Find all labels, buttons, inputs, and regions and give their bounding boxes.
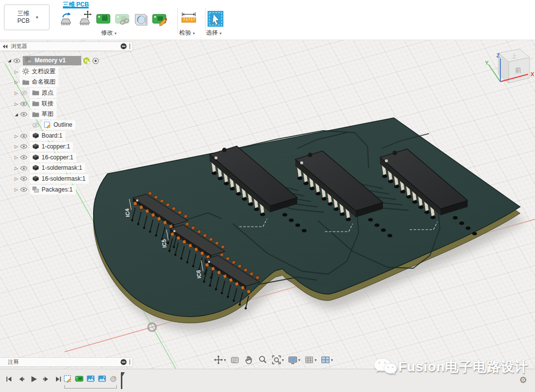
group-label-select[interactable]: 选择 ▾ bbox=[206, 29, 221, 37]
sketch-feature-icon[interactable] bbox=[63, 374, 72, 383]
body-icon bbox=[32, 175, 40, 183]
tree-item-文档设置[interactable]: ▷文档设置 bbox=[0, 66, 133, 77]
group-label-inspect[interactable]: 检验 ▾ bbox=[179, 29, 195, 37]
panel-grip[interactable] bbox=[129, 44, 130, 49]
eye-icon[interactable] bbox=[13, 57, 23, 65]
folder-icon bbox=[32, 110, 40, 118]
edit-board-icon[interactable] bbox=[151, 9, 169, 28]
grid-settings-icon[interactable]: ▾ bbox=[303, 354, 318, 366]
expander-collapsed[interactable]: ▷ bbox=[13, 144, 20, 149]
eye-off-icon[interactable] bbox=[20, 89, 30, 97]
tree-item-label[interactable]: 命名视图 bbox=[20, 77, 58, 87]
expander-expanded[interactable]: ◢ bbox=[6, 58, 13, 63]
chevron-down-icon: ▾ bbox=[224, 358, 226, 362]
expander-collapsed[interactable]: ▷ bbox=[13, 187, 20, 192]
eye-off-icon[interactable] bbox=[32, 121, 42, 129]
step-back-icon[interactable] bbox=[17, 375, 25, 383]
eye-icon[interactable] bbox=[20, 100, 30, 108]
tree-item-联接[interactable]: ▷联接 bbox=[0, 98, 133, 109]
tree-item-16-copper-1[interactable]: ▷16-copper:1 bbox=[0, 152, 133, 163]
tree-item-1-soldermask-1[interactable]: ▷1-soldermask:1 bbox=[0, 163, 133, 174]
activate-component-radio[interactable] bbox=[92, 57, 99, 64]
zoom-icon[interactable] bbox=[256, 354, 269, 366]
tree-item-label[interactable]: Outline bbox=[42, 120, 75, 130]
tree-item-原点[interactable]: ▷原点 bbox=[0, 88, 133, 98]
panel-grip[interactable] bbox=[129, 359, 130, 365]
viewports-icon[interactable]: ▾ bbox=[319, 354, 334, 366]
orbit-icon[interactable]: ▾ bbox=[212, 354, 227, 366]
step-forward-icon[interactable] bbox=[42, 375, 50, 383]
hide-panel-icon[interactable] bbox=[120, 359, 127, 365]
expander-collapsed[interactable]: ▷ bbox=[13, 101, 20, 106]
packages-icon bbox=[32, 186, 40, 194]
body-icon bbox=[32, 143, 40, 150]
image-feature-icon[interactable] bbox=[98, 374, 107, 383]
expander-collapsed[interactable]: ▷ bbox=[13, 155, 20, 160]
sketch-icon bbox=[44, 121, 52, 129]
timeline-features bbox=[63, 374, 118, 383]
tree-item-label[interactable]: 文档设置 bbox=[20, 67, 58, 77]
timeline-playhead[interactable] bbox=[118, 372, 125, 390]
new-version-badge[interactable]: N bbox=[83, 57, 90, 64]
gear-icon[interactable]: ⚙ bbox=[519, 375, 529, 385]
play-icon[interactable] bbox=[30, 375, 38, 383]
comments-panel-header[interactable]: 注释 bbox=[0, 357, 133, 367]
eye-icon[interactable] bbox=[20, 110, 30, 118]
move-component-icon[interactable] bbox=[75, 9, 94, 28]
tree-item-label[interactable]: 原点 bbox=[30, 88, 56, 98]
expander-collapsed[interactable]: ▷ bbox=[13, 134, 20, 139]
fit-icon[interactable]: ▾ bbox=[270, 354, 285, 366]
hide-panel-icon[interactable] bbox=[120, 43, 127, 49]
eye-icon[interactable] bbox=[20, 143, 30, 150]
tree-item-label[interactable]: Board:1 bbox=[30, 131, 65, 141]
tree-item-Board-1[interactable]: ▷Board:1 bbox=[0, 131, 133, 142]
browser-panel: 浏览器 ◢Memory v1N▷文档设置▷命名视图▷原点▷联接◢草图Outlin… bbox=[0, 42, 133, 195]
body-icon bbox=[32, 164, 40, 172]
tree-item-label[interactable]: Packages:1 bbox=[30, 185, 76, 195]
expander-collapsed[interactable]: ▷ bbox=[13, 69, 20, 74]
eye-icon[interactable] bbox=[20, 186, 30, 194]
tree-item-1-copper-1[interactable]: ▷1-copper:1 bbox=[0, 142, 133, 152]
expander-expanded[interactable]: ◢ bbox=[13, 112, 20, 117]
measure-icon[interactable] bbox=[179, 9, 198, 28]
body-icon bbox=[32, 153, 40, 161]
expander-collapsed[interactable]: ▷ bbox=[13, 176, 20, 181]
tree-item-label[interactable]: Memory v1 bbox=[23, 56, 81, 65]
tree-item-label[interactable]: 16-soldermask:1 bbox=[30, 174, 89, 184]
look-at-icon[interactable] bbox=[228, 354, 241, 366]
expander-collapsed[interactable]: ▷ bbox=[13, 91, 20, 96]
tree-item-label[interactable]: 1-copper:1 bbox=[30, 142, 73, 151]
eye-icon[interactable] bbox=[20, 164, 30, 172]
eye-icon[interactable] bbox=[20, 132, 30, 140]
pan-icon[interactable] bbox=[242, 354, 255, 366]
go-to-start-icon[interactable] bbox=[5, 375, 13, 383]
flip-component-icon[interactable] bbox=[56, 9, 75, 28]
board-feature-icon[interactable] bbox=[75, 374, 84, 383]
tree-item-Packages-1[interactable]: ▷Packages:1 bbox=[0, 184, 133, 195]
pcb-board-icon[interactable] bbox=[94, 9, 113, 28]
image-feature-icon[interactable] bbox=[86, 374, 95, 383]
tree-item-label[interactable]: 草图 bbox=[30, 109, 56, 119]
push-3d-body-icon[interactable] bbox=[132, 9, 151, 28]
collapse-panel-icon[interactable] bbox=[2, 44, 8, 49]
tree-item-Outline[interactable]: Outline bbox=[0, 120, 133, 131]
tree-item-label[interactable]: 16-copper:1 bbox=[30, 153, 76, 162]
chevron-down-icon: ▾ bbox=[315, 358, 317, 362]
workspace-switcher[interactable]: 三维 PCB ▾ bbox=[4, 4, 50, 30]
group-label-modify[interactable]: 修改 ▾ bbox=[101, 29, 116, 37]
go-to-end-icon[interactable] bbox=[54, 375, 62, 383]
tree-item-label[interactable]: 联接 bbox=[30, 99, 56, 109]
browser-panel-header[interactable]: 浏览器 bbox=[0, 42, 133, 51]
eye-icon[interactable] bbox=[20, 153, 30, 161]
eye-icon[interactable] bbox=[20, 175, 30, 183]
tree-item-草图[interactable]: ◢草图 bbox=[0, 109, 133, 120]
select-icon[interactable] bbox=[206, 9, 225, 28]
tree-item-命名视图[interactable]: ▷命名视图 bbox=[0, 77, 133, 88]
display-settings-icon[interactable]: ▾ bbox=[286, 354, 302, 366]
tree-item-label[interactable]: 1-soldermask:1 bbox=[30, 163, 85, 173]
form-feature-icon[interactable] bbox=[109, 374, 118, 383]
expander-collapsed[interactable]: ▷ bbox=[13, 166, 20, 171]
tree-item-Memory-v1[interactable]: ◢Memory v1N bbox=[0, 55, 133, 66]
expander-collapsed[interactable]: ▷ bbox=[13, 80, 20, 85]
tree-item-16-soldermask-1[interactable]: ▷16-soldermask:1 bbox=[0, 174, 133, 185]
